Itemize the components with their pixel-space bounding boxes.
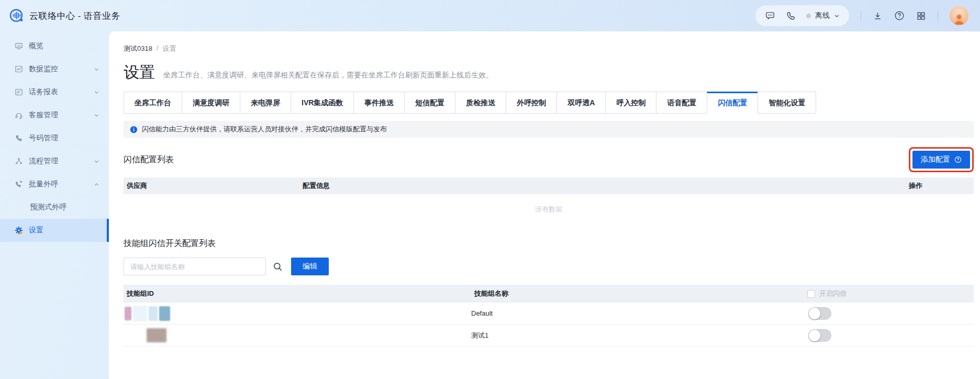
- sidebar-item-label: 号码管理: [29, 133, 58, 143]
- redacted-skill-group-id: [125, 306, 471, 321]
- skill-group-name: 测试1: [471, 331, 804, 340]
- outbound-call-icon: [15, 180, 23, 188]
- flash-config-section-title: 闪信配置列表: [124, 154, 174, 165]
- tab-voice-config[interactable]: 语音配置: [656, 92, 707, 114]
- page-title: 设置: [124, 62, 155, 83]
- sidebar-item-flow-manage[interactable]: 流程管理: [0, 150, 109, 173]
- column-header-enable-flash: 开启闪信: [819, 289, 847, 298]
- add-config-button-label: 添加配置: [921, 155, 950, 164]
- sidebar-item-label: 概览: [29, 41, 43, 51]
- sidebar-item-batch-outbound[interactable]: 批量外呼: [0, 173, 109, 196]
- column-header-config-info: 配置信息: [299, 181, 906, 191]
- annotation-highlight-box: 添加配置: [909, 147, 974, 172]
- skill-group-search-input[interactable]: [124, 258, 266, 275]
- table-row: 测试1: [124, 325, 974, 347]
- flash-config-table: 供应商 配置信息 操作 没有数据: [124, 177, 974, 225]
- chevron-up-icon: [94, 182, 99, 187]
- sidebar-item-settings[interactable]: 设置: [0, 219, 109, 242]
- empty-state-text: 没有数据: [124, 194, 974, 225]
- breadcrumb-separator: /: [157, 44, 159, 53]
- sidebar-item-call-report[interactable]: 话务报表: [0, 81, 109, 104]
- column-header-actions: 操作: [906, 181, 974, 191]
- page-subtitle: 坐席工作台、满意度调研、来电弹屏相关配置在保存后，需要在坐席工作台刷新页面重新上…: [163, 71, 493, 80]
- chevron-down-icon: [94, 90, 99, 95]
- tab-outbound-control[interactable]: 外呼控制: [506, 92, 557, 114]
- edit-button[interactable]: 编辑: [291, 258, 329, 275]
- tab-agent-workbench[interactable]: 坐席工作台: [124, 92, 182, 114]
- apps-grid-icon[interactable]: [916, 11, 926, 21]
- help-icon[interactable]: [894, 10, 905, 21]
- tab-satisfaction-survey[interactable]: 满意度调研: [182, 92, 240, 114]
- overview-icon: [15, 42, 23, 50]
- tab-inbound-control[interactable]: 呼入控制: [605, 92, 656, 114]
- download-icon[interactable]: [873, 11, 883, 21]
- column-header-provider: 供应商: [124, 181, 299, 191]
- sidebar-item-predictive-outbound[interactable]: 预测式外呼: [0, 196, 109, 219]
- phone-handset-icon[interactable]: [786, 11, 796, 21]
- breadcrumb: 测试0318 / 设置: [124, 44, 974, 53]
- voice-wave-logo-icon: [8, 8, 24, 24]
- search-icon[interactable]: [271, 260, 285, 274]
- column-header-skill-group-name: 技能组名称: [471, 289, 804, 298]
- chevron-down-icon: [94, 66, 99, 72]
- chevron-down-icon: [834, 13, 840, 19]
- sidebar-nav: 概览 数据监控: [0, 31, 109, 379]
- info-banner-text: 闪信能力由三方伙伴提供，请联系运营人员对接伙伴，并完成闪信模版配置与发布: [142, 125, 387, 134]
- call-report-icon: [15, 88, 23, 96]
- skill-group-section-title: 技能组闪信开关配置列表: [124, 238, 974, 249]
- chevron-down-icon: [94, 113, 99, 118]
- edit-button-label: 编辑: [303, 262, 317, 271]
- header-divider: [938, 10, 938, 21]
- chat-bubble-icon[interactable]: [765, 10, 775, 21]
- headset-icon: [15, 111, 23, 119]
- sidebar-item-number-manage[interactable]: 号码管理: [0, 127, 109, 150]
- status-dropdown[interactable]: 离线: [806, 11, 840, 20]
- tab-flash-sms-config[interactable]: 闪信配置: [707, 92, 758, 114]
- flow-nodes-icon: [15, 157, 23, 165]
- app-window: 云联络中心 - 语音业务: [0, 0, 980, 379]
- settings-gear-icon: [15, 226, 23, 235]
- skill-group-table: 技能组ID 技能组名称 开启闪信 Default: [124, 285, 974, 347]
- sidebar-item-overview[interactable]: 概览: [0, 35, 109, 58]
- sidebar-item-label: 流程管理: [29, 157, 58, 166]
- settings-tabs: 坐席工作台 满意度调研 来电弹屏 IVR集成函数 事件推送 短信配置 质检推送 …: [124, 92, 974, 114]
- info-banner: 闪信能力由三方伙伴提供，请联系运营人员对接伙伴，并完成闪信模版配置与发布: [124, 121, 974, 138]
- sidebar-item-label: 客服管理: [29, 110, 58, 120]
- redacted-skill-group-id: [124, 328, 471, 342]
- agent-status-pill: 离线: [755, 5, 849, 26]
- chevron-down-icon: [94, 159, 99, 164]
- flash-toggle-off[interactable]: [808, 329, 831, 342]
- user-avatar[interactable]: [950, 6, 968, 25]
- table-row: Default: [124, 303, 974, 325]
- tab-intelligent-settings[interactable]: 智能化设置: [758, 92, 816, 114]
- sidebar-item-label: 批量外呼: [29, 180, 58, 189]
- tab-qc-push[interactable]: 质检推送: [455, 92, 506, 114]
- tab-incoming-popup[interactable]: 来电弹屏: [240, 92, 291, 114]
- status-label: 离线: [815, 11, 830, 20]
- data-monitor-icon: [15, 65, 23, 73]
- flash-toggle-off[interactable]: [808, 307, 831, 320]
- sidebar-item-label: 预测式外呼: [30, 203, 66, 212]
- tab-dual-call-a[interactable]: 双呼透A: [556, 92, 606, 114]
- sidebar-item-label: 设置: [29, 226, 43, 235]
- enable-all-flash-checkbox[interactable]: [807, 290, 815, 298]
- tab-event-push[interactable]: 事件推送: [353, 92, 405, 114]
- status-dot: [806, 14, 811, 18]
- tab-ivr-functions[interactable]: IVR集成函数: [291, 92, 354, 114]
- sidebar-item-data-monitor[interactable]: 数据监控: [0, 58, 109, 81]
- sidebar-item-agent-manage[interactable]: 客服管理: [0, 104, 109, 127]
- question-circle-icon: [954, 156, 962, 163]
- header-divider: [861, 10, 861, 21]
- sidebar-item-label: 数据监控: [29, 64, 58, 74]
- tab-sms-config[interactable]: 短信配置: [404, 92, 455, 114]
- column-header-skill-group-id: 技能组ID: [124, 289, 471, 298]
- sidebar-item-label: 话务报表: [29, 87, 58, 97]
- main-content: 测试0318 / 设置 设置 坐席工作台、满意度调研、来电弹屏相关配置在保存后，…: [109, 31, 980, 379]
- skill-group-name: Default: [471, 309, 804, 317]
- breadcrumb-item[interactable]: 测试0318: [124, 44, 152, 53]
- breadcrumb-item: 设置: [163, 44, 176, 53]
- top-header: 云联络中心 - 语音业务: [0, 0, 980, 31]
- app-title: 云联络中心 - 语音业务: [29, 10, 120, 22]
- add-config-button[interactable]: 添加配置: [912, 151, 970, 169]
- info-icon: [130, 126, 138, 133]
